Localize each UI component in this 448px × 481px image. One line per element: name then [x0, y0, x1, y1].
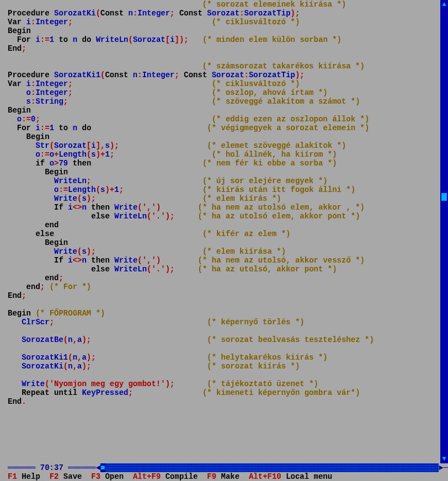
code-line[interactable]: SorozatKi1(n,a); (* helytakarékos kiírás…: [8, 353, 440, 362]
scroll-up-arrow[interactable]: ▲: [440, 0, 448, 9]
scroll-right-arrow[interactable]: ►: [439, 463, 443, 472]
menu-hotkey[interactable]: F2: [50, 472, 59, 481]
code-line[interactable]: [8, 327, 440, 335]
menu-label[interactable]: Open: [100, 472, 133, 481]
code-line[interactable]: End;: [8, 44, 440, 53]
code-line[interactable]: Begin: [8, 106, 440, 115]
code-line[interactable]: SorozatKi(n,a); (* sorozat kiírás *): [8, 362, 440, 371]
code-line[interactable]: Write('Nyomjon meg egy gombot!'); (* táj…: [8, 380, 440, 388]
code-line[interactable]: Procedure SorozatKi1(Const n:Integer; Co…: [8, 71, 440, 79]
code-line[interactable]: s:String; (* szöveggé alakítom a számot …: [8, 97, 440, 106]
code-line[interactable]: Procedure SorozatKi(Const n:Integer; Con…: [8, 9, 440, 18]
menu-hotkey[interactable]: F9: [207, 472, 216, 481]
code-line[interactable]: end;: [8, 274, 440, 282]
code-line[interactable]: Begin (* FŐPROGRAM *): [8, 309, 440, 318]
code-line[interactable]: For i:=1 to n do (* végigmegyek a soroza…: [8, 124, 440, 132]
code-line[interactable]: Var i:Integer; (* ciklusváltozó *): [8, 18, 440, 26]
left-gutter: [0, 0, 8, 463]
code-line[interactable]: Begin: [8, 168, 440, 177]
code-line[interactable]: [8, 371, 440, 380]
code-line[interactable]: For i:=1 to n do WriteLn(Sorozat[i]); (*…: [8, 35, 440, 44]
code-line[interactable]: If i<>n then Write(',') (* ha nem az uto…: [8, 256, 440, 265]
code-line[interactable]: ClrScr; (* képernyő törlés *): [8, 318, 440, 327]
code-line[interactable]: Write(s); (* elem kiírása *): [8, 247, 440, 256]
code-line[interactable]: o:=0; (* eddig ezen az oszlopon állok *): [8, 115, 440, 124]
scroll-down-arrow[interactable]: ▼: [440, 455, 448, 463]
code-line[interactable]: WriteLn; (* új sor elejére megyek *): [8, 177, 440, 185]
menu-hotkey[interactable]: F3: [91, 472, 100, 481]
menu-label[interactable]: Make: [216, 472, 249, 481]
code-line[interactable]: o:=Length(s)+1; (* kiírás után itt fogok…: [8, 185, 440, 194]
code-line[interactable]: end: [8, 221, 440, 229]
code-line[interactable]: End;: [8, 291, 440, 300]
code-line[interactable]: If i<>n then Write(',') (* ha nem az uto…: [8, 203, 440, 212]
menu-hotkey[interactable]: Alt+F10: [249, 472, 281, 481]
menu-label[interactable]: Help: [17, 472, 50, 481]
code-line[interactable]: Var i:Integer; (* ciklusváltozó *): [8, 79, 440, 88]
code-line[interactable]: (* számsorozat takarékos kiírása *): [8, 62, 440, 71]
status-bar: ══════ 70:37 ══════◄■▒▒▒▒▒▒▒▒▒▒▒▒▒▒▒▒▒▒▒…: [8, 463, 448, 472]
scroll-left-arrow[interactable]: ◄: [96, 463, 100, 472]
code-line[interactable]: o:Integer; (* oszlop, ahová írtam *): [8, 88, 440, 97]
menu-hotkey[interactable]: F1: [8, 472, 17, 481]
code-line[interactable]: else WriteLn('.'); (* ha az utolsó elem,…: [8, 212, 440, 221]
code-line[interactable]: SorozatBe(n,a); (* sorozat beolvasás tes…: [8, 335, 440, 344]
menu-label[interactable]: Save: [58, 472, 91, 481]
code-line[interactable]: else (* kifér az elem *): [8, 229, 440, 238]
code-line[interactable]: End.: [8, 397, 440, 406]
code-line[interactable]: else WriteLn('.'); (* ha az utolsó, akko…: [8, 265, 440, 274]
code-line[interactable]: [8, 344, 440, 353]
code-line[interactable]: o:=o+Length(s)+1; (* hol állnék, ha kiír…: [8, 150, 440, 159]
code-line[interactable]: [8, 53, 440, 62]
code-line[interactable]: [8, 300, 440, 309]
code-line[interactable]: Write(s); (* elem kiírás *): [8, 194, 440, 203]
menu-hotkey[interactable]: Alt+F9: [133, 472, 161, 481]
code-line[interactable]: Repeat until KeyPressed; (* kimeneti kép…: [8, 388, 440, 397]
code-line[interactable]: Str(Sorozat[i],s); (* elemet szöveggé al…: [8, 141, 440, 150]
code-line[interactable]: end; (* For *): [8, 282, 440, 291]
code-line[interactable]: Begin: [8, 26, 440, 35]
code-editor[interactable]: (* sorozat elemeinek kiírása *)Procedure…: [8, 0, 440, 463]
code-line[interactable]: Begin: [8, 132, 440, 141]
scroll-thumb-vertical[interactable]: [441, 193, 447, 201]
menu-label[interactable]: Compile: [161, 472, 207, 481]
menu-bar: F1 Help F2 Save F3 Open Alt+F9 Compile F…: [8, 472, 448, 481]
horizontal-scrollbar[interactable]: ■▒▒▒▒▒▒▒▒▒▒▒▒▒▒▒▒▒▒▒▒▒▒▒▒▒▒▒▒▒▒▒▒▒▒▒▒▒▒▒…: [100, 463, 439, 472]
code-line[interactable]: (* sorozat elemeinek kiírása *): [8, 0, 440, 9]
code-line[interactable]: if o>79 then (* nem fér ki ebbe a sorba …: [8, 159, 440, 168]
code-line[interactable]: Begin: [8, 238, 440, 247]
vertical-scrollbar[interactable]: ▲ ▼: [440, 0, 448, 463]
cursor-position: 70:37: [40, 463, 63, 472]
menu-label[interactable]: Local menu: [281, 472, 332, 481]
